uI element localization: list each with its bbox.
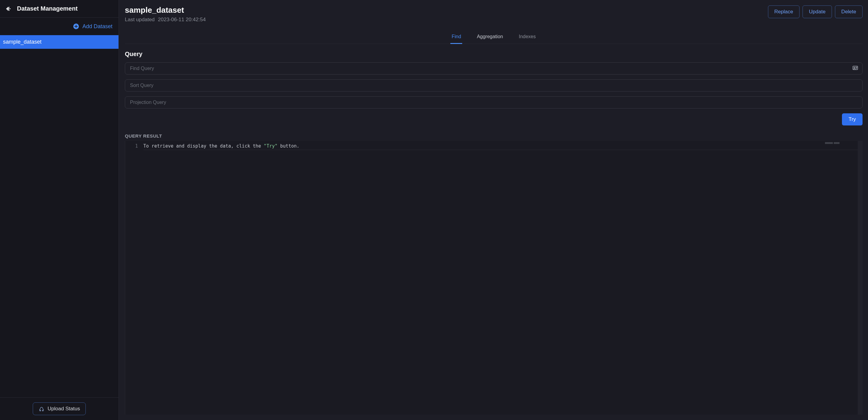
sort-query-wrap bbox=[125, 79, 863, 92]
sidebar-title: Dataset Management bbox=[17, 5, 78, 12]
svg-point-5 bbox=[854, 67, 855, 68]
code-line: 1 To retrieve and display the data, clic… bbox=[125, 143, 863, 150]
find-query-wrap bbox=[125, 62, 863, 74]
arrow-left-icon bbox=[5, 5, 12, 12]
last-updated: Last updated 2023-06-11 20:42:54 bbox=[125, 17, 206, 23]
query-result-pane: 1 To retrieve and display the data, clic… bbox=[125, 141, 863, 415]
add-dataset-label: Add Dataset bbox=[83, 23, 113, 30]
query-result-label: QUERY RESULT bbox=[125, 133, 863, 138]
sidebar: Dataset Management Add Dataset sample_da… bbox=[0, 0, 119, 420]
dataset-item[interactable]: sample_dataset bbox=[0, 35, 119, 49]
minimap-icon bbox=[825, 142, 844, 144]
update-button[interactable]: Update bbox=[803, 5, 832, 18]
find-query-input[interactable] bbox=[125, 62, 863, 74]
scrollbar[interactable] bbox=[858, 141, 863, 415]
replace-button[interactable]: Replace bbox=[768, 5, 800, 18]
delete-button[interactable]: Delete bbox=[835, 5, 863, 18]
tab-aggregation[interactable]: Aggregation bbox=[475, 32, 504, 44]
dataset-list: sample_dataset bbox=[0, 35, 119, 397]
main-panel: sample_dataset Last updated 2023-06-11 2… bbox=[119, 0, 868, 420]
code-content: To retrieve and display the data, click … bbox=[143, 143, 863, 150]
line-number: 1 bbox=[125, 143, 143, 150]
plus-circle-icon bbox=[73, 23, 80, 30]
last-updated-value: 2023-06-11 20:42:54 bbox=[158, 17, 206, 23]
projection-query-input[interactable] bbox=[125, 96, 863, 108]
svg-point-3 bbox=[42, 410, 43, 411]
query-heading: Query bbox=[125, 51, 863, 58]
sort-query-input[interactable] bbox=[125, 79, 863, 92]
dataset-title: sample_dataset bbox=[125, 5, 206, 15]
projection-query-wrap bbox=[125, 96, 863, 108]
sidebar-footer: Upload Status bbox=[0, 397, 119, 420]
tabs: Find Aggregation Indexes bbox=[125, 31, 863, 44]
add-dataset-button[interactable]: Add Dataset bbox=[0, 18, 119, 35]
title-block: sample_dataset Last updated 2023-06-11 2… bbox=[125, 5, 206, 23]
try-button[interactable]: Try bbox=[842, 113, 863, 125]
tab-find[interactable]: Find bbox=[451, 32, 462, 44]
main-header: sample_dataset Last updated 2023-06-11 2… bbox=[125, 5, 863, 23]
header-actions: Replace Update Delete bbox=[768, 5, 863, 18]
tab-indexes[interactable]: Indexes bbox=[518, 32, 537, 44]
sidebar-header: Dataset Management bbox=[0, 0, 119, 18]
last-updated-label: Last updated bbox=[125, 17, 155, 23]
back-button[interactable] bbox=[4, 4, 13, 13]
id-card-icon[interactable] bbox=[852, 65, 858, 72]
upload-status-icon bbox=[38, 406, 44, 412]
upload-status-button[interactable]: Upload Status bbox=[33, 402, 86, 415]
try-row: Try bbox=[125, 113, 863, 125]
upload-status-label: Upload Status bbox=[48, 406, 80, 412]
svg-point-2 bbox=[40, 410, 41, 411]
